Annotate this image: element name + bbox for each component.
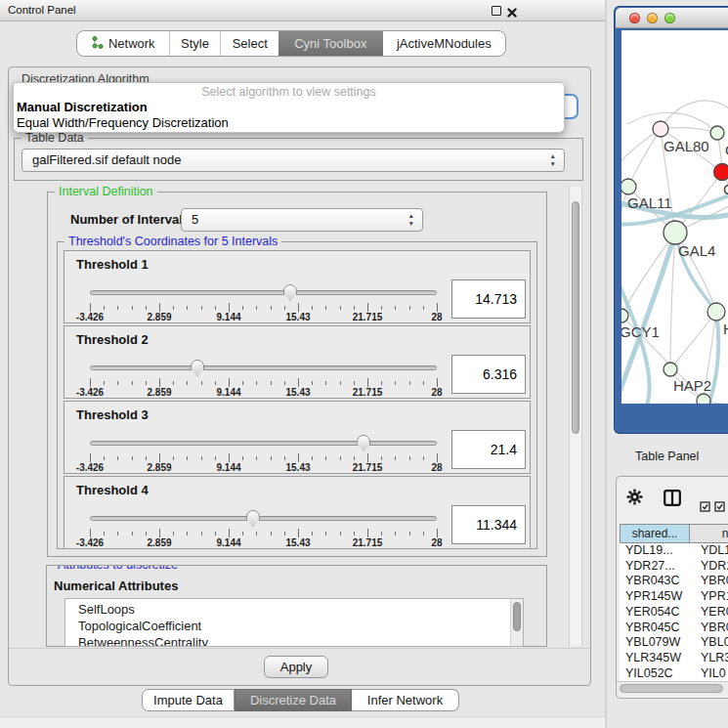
table-row[interactable]: YIL052CYIL0 <box>620 666 728 682</box>
slider-tick <box>159 378 160 387</box>
threshold-value-box[interactable]: 14.713 <box>451 279 526 319</box>
threshold-value-box[interactable]: 21.4 <box>451 430 526 469</box>
gear-icon[interactable] <box>626 489 643 509</box>
network-node[interactable] <box>710 126 724 140</box>
network-node[interactable] <box>664 363 677 376</box>
tab-select[interactable]: Select <box>220 31 278 56</box>
float-window-icon[interactable] <box>492 6 501 16</box>
list-item[interactable]: TopologicalCoefficient <box>65 618 523 634</box>
cell-shared-name[interactable]: YDR27... <box>625 559 690 575</box>
cell-name[interactable]: YDR2 <box>701 559 728 575</box>
slider-track[interactable] <box>90 516 437 521</box>
cell-name[interactable]: YBL0 <box>701 635 728 651</box>
slider-tick <box>340 381 341 385</box>
network-edge[interactable] <box>628 129 661 187</box>
zoom-traffic-light[interactable] <box>664 13 675 23</box>
cell-name[interactable]: YLR3 <box>701 651 728 666</box>
checkbox-checked-icon[interactable] <box>714 498 725 516</box>
slider-tick <box>104 381 105 385</box>
number-of-intervals-combo[interactable]: 5 ▲▼ <box>181 208 423 232</box>
split-columns-icon[interactable] <box>664 490 681 510</box>
tab-style[interactable]: Style <box>169 31 221 56</box>
tab-impute-data[interactable]: Impute Data <box>142 689 235 711</box>
cell-shared-name[interactable]: YIL052C <box>625 666 690 682</box>
threshold-slider[interactable] <box>90 435 437 452</box>
slider-tick <box>229 529 230 537</box>
threshold-value-box[interactable]: 6.316 <box>451 355 526 394</box>
threshold-slider[interactable] <box>90 510 437 528</box>
cell-shared-name[interactable]: YER054C <box>625 605 690 621</box>
apply-button[interactable]: Apply <box>264 656 328 678</box>
dropdown-option-manual-discretization[interactable]: Manual Discretization <box>17 100 148 114</box>
list-scrollbar[interactable] <box>510 599 523 646</box>
list-item[interactable]: BetweennessCentrality <box>65 634 523 647</box>
column-header-name[interactable]: na <box>690 524 728 543</box>
slider-thumb[interactable] <box>357 435 370 451</box>
tab-infer-network[interactable]: Infer Network <box>352 689 459 711</box>
slider-track[interactable] <box>90 441 437 446</box>
cell-name[interactable]: YIL0 <box>701 666 726 682</box>
network-node[interactable] <box>621 179 636 194</box>
interval-definition-title: Interval Definition <box>55 185 157 198</box>
network-edge[interactable] <box>621 233 675 316</box>
cell-shared-name[interactable]: YPR145W <box>625 589 690 605</box>
table-row[interactable]: YER054CYER0 <box>620 605 728 621</box>
slider-thumb[interactable] <box>246 510 260 527</box>
network-edge[interactable] <box>661 128 717 133</box>
network-node[interactable] <box>707 303 725 321</box>
cell-name[interactable]: YPR1 <box>701 589 728 605</box>
slider-tick-label: 9.144 <box>216 537 240 548</box>
network-node[interactable] <box>697 394 710 404</box>
table-data-combo[interactable]: galFiltered.sif default node ▲▼ <box>21 149 565 172</box>
dropdown-option-equal-width[interactable]: Equal Width/Frequency Discretization <box>17 115 229 130</box>
combo-value: 5 <box>192 209 198 231</box>
threshold-slider[interactable] <box>90 360 437 377</box>
table-row[interactable]: YBL079WYBL0 <box>620 635 728 651</box>
slider-tick <box>173 456 174 460</box>
table-horizontal-scrollbar[interactable] <box>617 681 728 695</box>
table-row[interactable]: YPR145WYPR1 <box>620 589 728 605</box>
slider-thumb[interactable] <box>283 284 297 301</box>
table-row[interactable]: YDR27...YDR2 <box>620 559 728 575</box>
threshold-value-box[interactable]: 11.344 <box>451 505 526 544</box>
cell-name[interactable]: YBR0 <box>701 574 728 589</box>
tab-network[interactable]: Network <box>77 31 169 56</box>
network-edge[interactable] <box>661 101 728 129</box>
checkbox-checked-icon[interactable] <box>700 498 710 516</box>
list-item[interactable]: SelfLoops <box>65 599 523 618</box>
table-row[interactable]: YLR345WYLR3 <box>620 651 728 666</box>
network-node[interactable] <box>714 164 728 181</box>
cell-name[interactable]: YBR0 <box>701 621 728 636</box>
close-icon[interactable] <box>506 5 518 17</box>
cell-shared-name[interactable]: YBL079W <box>625 635 690 651</box>
network-canvas[interactable]: GAL80GCGAL11GAL4GCY1HHAP2 <box>621 30 728 404</box>
slider-thumb[interactable] <box>191 360 204 376</box>
cell-name[interactable]: YER0 <box>701 605 728 621</box>
cell-name[interactable]: YDL1 <box>701 543 728 559</box>
table-row[interactable]: YBR045CYBR0 <box>620 621 728 636</box>
tab-discretize-data[interactable]: Discretize Data <box>235 689 352 711</box>
threshold-slider[interactable] <box>90 284 437 302</box>
cell-shared-name[interactable]: YBR045C <box>625 621 690 636</box>
network-node[interactable] <box>653 121 668 137</box>
minimize-traffic-light[interactable] <box>647 13 658 23</box>
network-window-titlebar[interactable] <box>616 8 728 28</box>
slider-tick <box>284 532 285 535</box>
tab-label: jActiveMNodules <box>397 36 492 51</box>
close-traffic-light[interactable] <box>629 13 640 23</box>
network-node[interactable] <box>664 221 687 244</box>
tab-cyni-toolbox[interactable]: Cyni Toolbox <box>278 31 383 56</box>
column-header-shared-name[interactable]: shared... <box>620 524 690 543</box>
table-row[interactable]: YBR043CYBR0 <box>620 574 728 589</box>
slider-tick <box>215 456 216 460</box>
panel-scrollbar[interactable] <box>569 187 582 646</box>
cell-shared-name[interactable]: YLR345W <box>625 651 690 666</box>
slider-tick <box>173 306 174 310</box>
cell-shared-name[interactable]: YDL19... <box>625 543 690 559</box>
network-node[interactable] <box>621 309 628 322</box>
slider-track[interactable] <box>90 290 437 295</box>
table-row[interactable]: YDL19...YDL1 <box>620 543 728 559</box>
slider-track[interactable] <box>90 365 437 370</box>
tab-jactivemnodules[interactable]: jActiveMNodules <box>383 31 505 56</box>
cell-shared-name[interactable]: YBR043C <box>625 574 690 589</box>
